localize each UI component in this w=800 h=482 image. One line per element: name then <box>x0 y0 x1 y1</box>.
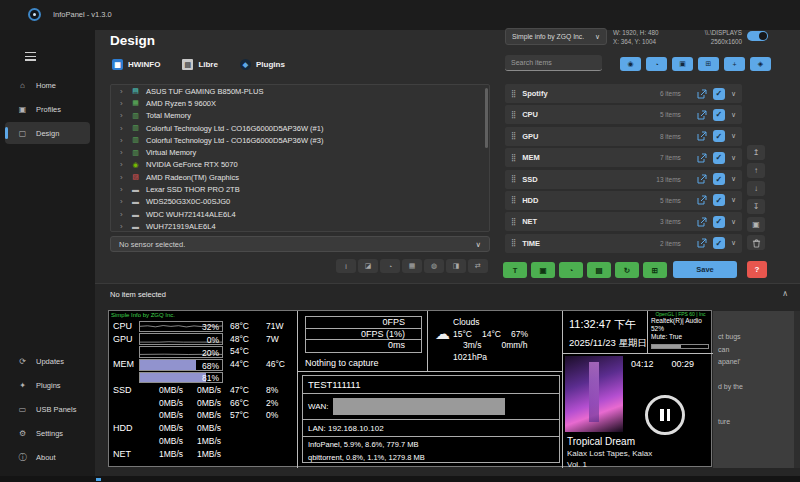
group-row-ssd[interactable]: ⣿ SSD 13 items ✓ ∨ <box>505 170 742 189</box>
expand-icon[interactable]: › <box>120 185 125 194</box>
chevron-down-icon[interactable]: ∨ <box>731 90 736 98</box>
sidebar-item-usb-panels[interactable]: ▭ USB Panels <box>5 398 90 420</box>
drag-handle-icon[interactable]: ⣿ <box>511 154 516 162</box>
chevron-down-icon[interactable]: ∨ <box>731 218 736 226</box>
move-down-button[interactable]: ↓ <box>747 181 765 196</box>
drag-handle-icon[interactable]: ⣿ <box>511 218 516 226</box>
duplicate-button[interactable]: ▣ <box>747 217 765 232</box>
expand-icon[interactable]: › <box>120 111 125 120</box>
expand-icon[interactable]: › <box>120 160 125 169</box>
sidebar-item-about[interactable]: ⓘ About <box>5 446 90 468</box>
expand-icon[interactable]: › <box>120 173 125 182</box>
group-row-net[interactable]: ⣿ NET 3 items ✓ ∨ <box>505 212 742 231</box>
group-checkbox[interactable]: ✓ <box>713 173 725 185</box>
expand-icon[interactable]: › <box>120 222 125 231</box>
add-button[interactable]: ⊞ <box>698 57 719 71</box>
group-checkbox[interactable]: ✓ <box>713 109 725 121</box>
panel-preview-canvas[interactable]: Simple Info by ZGQ Inc. CPU 32% 68°C 71W… <box>108 310 712 467</box>
chevron-down-icon[interactable]: ∨ <box>731 111 736 119</box>
popout-icon[interactable] <box>697 195 707 205</box>
chevron-down-icon[interactable]: ∨ <box>731 239 736 247</box>
drag-handle-icon[interactable]: ⣿ <box>511 111 516 119</box>
popout-icon[interactable] <box>697 153 707 163</box>
donut-button[interactable]: ◍ <box>424 259 444 273</box>
save-button[interactable]: Save <box>673 261 737 278</box>
hamburger-menu-icon[interactable] <box>25 52 36 61</box>
sensor-select-dropdown[interactable]: No sensor selected. ∨ <box>110 236 490 252</box>
expand-icon[interactable]: › <box>120 197 125 206</box>
drag-handle-icon[interactable]: ⣿ <box>511 196 516 204</box>
popout-icon[interactable] <box>697 131 707 141</box>
popout-icon[interactable] <box>697 174 707 184</box>
help-button[interactable]: ? <box>747 261 767 278</box>
group-checkbox[interactable]: ✓ <box>713 194 725 206</box>
sidebar-item-settings[interactable]: ⚙ Settings <box>5 422 90 444</box>
display-toggle[interactable] <box>747 31 768 41</box>
add-image-button[interactable]: ▣ <box>531 262 555 278</box>
taskbar-app-icon[interactable] <box>96 478 101 481</box>
image-button[interactable]: ▣ <box>672 57 693 71</box>
move-up-button[interactable]: ↑ <box>747 163 765 178</box>
info-button[interactable]: i <box>336 259 356 273</box>
add-text-button[interactable]: T <box>503 262 527 278</box>
group-row-mem[interactable]: ⣿ MEM 7 items ✓ ∨ <box>505 148 742 167</box>
tab-hwinfo[interactable]: ▦ HWiNFO <box>112 59 160 70</box>
popout-icon[interactable] <box>697 217 707 227</box>
sidebar-item-profiles[interactable]: ▣ Profiles <box>5 98 90 120</box>
tab-plugins[interactable]: ◆ Plugins <box>240 59 285 70</box>
expand-icon[interactable]: › <box>120 87 125 96</box>
move-bottom-button[interactable]: ↧ <box>747 199 765 214</box>
group-checkbox[interactable]: ✓ <box>713 88 725 100</box>
add-clock-button[interactable]: ◔ <box>559 262 583 278</box>
history-button[interactable]: ◔ <box>646 57 667 71</box>
drag-handle-icon[interactable]: ⣿ <box>511 175 516 183</box>
refresh-button[interactable]: ↻ <box>615 262 639 278</box>
move-button[interactable]: + <box>724 57 745 71</box>
delete-button[interactable] <box>747 235 765 250</box>
tab-libre[interactable]: ▤ Libre <box>182 59 218 70</box>
group-row-spotify[interactable]: ⣿ Spotify 6 items ✓ ∨ <box>505 84 742 103</box>
sensor-tree-row[interactable]: › ▬ WDC WUH721414ALE6L4 <box>111 208 489 220</box>
expand-icon[interactable]: › <box>120 148 125 157</box>
sensor-tree-row[interactable]: › ▬ WUH721919ALE6L4 <box>111 220 489 232</box>
add-table-button[interactable]: ⊞ <box>643 262 667 278</box>
expand-icon[interactable]: › <box>120 210 125 219</box>
drag-handle-icon[interactable]: ⣿ <box>511 132 516 140</box>
sensor-tree-row[interactable]: › ▤ ASUS TUF GAMING B850M-PLUS <box>111 85 489 97</box>
group-checkbox[interactable]: ✓ <box>713 152 725 164</box>
sensor-tree-row[interactable]: › ▨ AMD Radeon(TM) Graphics <box>111 171 489 183</box>
chart-button[interactable]: ◪ <box>358 259 378 273</box>
sensor-tree-row[interactable]: › ▥ Virtual Memory <box>111 146 489 158</box>
chevron-down-icon[interactable]: ∨ <box>731 154 736 162</box>
sensor-tree-row[interactable]: › ▦ AMD Ryzen 5 9600X <box>111 97 489 109</box>
drag-handle-icon[interactable]: ⣿ <box>511 90 516 98</box>
search-input[interactable] <box>505 55 602 71</box>
sidebar-item-updates[interactable]: ⟳ Updates <box>5 350 90 372</box>
popout-icon[interactable] <box>697 110 707 120</box>
group-checkbox[interactable]: ✓ <box>713 130 725 142</box>
chevron-down-icon[interactable]: ∨ <box>731 132 736 140</box>
sensor-tree-row[interactable]: › ▥ Colorful Technology Ltd - CO16G6000D… <box>111 122 489 134</box>
transfer-button[interactable]: ⇄ <box>468 259 488 273</box>
lock-button[interactable]: ◈ <box>750 57 771 71</box>
group-checkbox[interactable]: ✓ <box>713 237 725 249</box>
visibility-button[interactable]: ◉ <box>620 57 641 71</box>
move-top-button[interactable]: ↥ <box>747 145 765 160</box>
sidebar-item-plugins[interactable]: ✦ Plugins <box>5 374 90 396</box>
group-row-cpu[interactable]: ⣿ CPU 5 items ✓ ∨ <box>505 105 742 124</box>
sidebar-item-home[interactable]: ⌂ Home <box>5 74 90 96</box>
sensor-tree-row[interactable]: › ▬ WDS250G3X0C-00SJG0 <box>111 196 489 208</box>
popout-icon[interactable] <box>697 89 707 99</box>
expand-icon[interactable]: › <box>120 136 125 145</box>
group-row-hdd[interactable]: ⣿ HDD 5 items ✓ ∨ <box>505 191 742 210</box>
group-checkbox[interactable]: ✓ <box>713 216 725 228</box>
add-bar-button[interactable]: ▤ <box>587 262 611 278</box>
sensor-tree-row[interactable]: › ▥ Colorful Technology Ltd - CO16G6000D… <box>111 134 489 146</box>
sensor-tree-row[interactable]: › ◉ NVIDIA GeForce RTX 5070 <box>111 159 489 171</box>
chevron-down-icon[interactable]: ∨ <box>731 175 736 183</box>
group-row-time[interactable]: ⣿ TIME 2 items ✓ ∨ <box>505 234 742 253</box>
expand-icon[interactable]: › <box>120 99 125 108</box>
chevron-down-icon[interactable]: ∨ <box>731 196 736 204</box>
drag-handle-icon[interactable]: ⣿ <box>511 239 516 247</box>
sensor-tree-row[interactable]: › ▬ Lexar SSD THOR PRO 2TB <box>111 183 489 195</box>
